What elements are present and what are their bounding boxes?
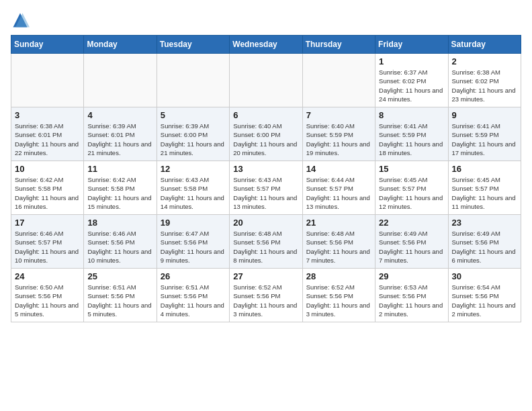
- calendar-cell: [302, 54, 375, 107]
- calendar-cell: 9Sunrise: 6:41 AM Sunset: 5:59 PM Daylig…: [448, 107, 521, 161]
- calendar-cell: 12Sunrise: 6:43 AM Sunset: 5:58 PM Dayli…: [157, 161, 229, 215]
- day-info: Sunrise: 6:44 AM Sunset: 5:57 PM Dayligh…: [306, 175, 371, 211]
- day-info: Sunrise: 6:40 AM Sunset: 5:59 PM Dayligh…: [306, 122, 371, 157]
- calendar-week-1: 1Sunrise: 6:37 AM Sunset: 6:02 PM Daylig…: [11, 54, 521, 107]
- calendar-cell: 22Sunrise: 6:49 AM Sunset: 5:56 PM Dayli…: [375, 215, 448, 269]
- day-info: Sunrise: 6:45 AM Sunset: 5:57 PM Dayligh…: [452, 175, 517, 211]
- day-info: Sunrise: 6:46 AM Sunset: 5:56 PM Dayligh…: [87, 229, 152, 265]
- calendar-cell: [11, 54, 84, 107]
- calendar-cell: [230, 54, 302, 107]
- day-info: Sunrise: 6:42 AM Sunset: 5:58 PM Dayligh…: [87, 175, 152, 211]
- calendar-table: SundayMondayTuesdayWednesdayThursdayFrid…: [11, 35, 521, 322]
- col-header-thursday: Thursday: [302, 36, 375, 54]
- day-number: 14: [306, 164, 371, 174]
- calendar-cell: 5Sunrise: 6:39 AM Sunset: 6:00 PM Daylig…: [157, 107, 229, 161]
- day-number: 27: [233, 271, 298, 281]
- day-info: Sunrise: 6:49 AM Sunset: 5:56 PM Dayligh…: [379, 229, 444, 265]
- calendar-cell: 3Sunrise: 6:38 AM Sunset: 6:01 PM Daylig…: [11, 107, 84, 161]
- col-header-sunday: Sunday: [11, 36, 84, 54]
- day-number: 23: [452, 218, 517, 228]
- day-number: 13: [233, 164, 298, 174]
- day-number: 6: [233, 110, 298, 120]
- day-number: 11: [87, 164, 152, 174]
- calendar-cell: 4Sunrise: 6:39 AM Sunset: 6:01 PM Daylig…: [84, 107, 157, 161]
- calendar-cell: 2Sunrise: 6:38 AM Sunset: 6:02 PM Daylig…: [448, 54, 521, 107]
- day-number: 22: [379, 218, 444, 228]
- calendar-cell: 17Sunrise: 6:46 AM Sunset: 5:57 PM Dayli…: [11, 215, 84, 269]
- day-info: Sunrise: 6:50 AM Sunset: 5:56 PM Dayligh…: [15, 283, 80, 318]
- calendar-cell: 27Sunrise: 6:52 AM Sunset: 5:56 PM Dayli…: [230, 269, 302, 322]
- day-info: Sunrise: 6:39 AM Sunset: 6:00 PM Dayligh…: [161, 122, 226, 157]
- day-info: Sunrise: 6:38 AM Sunset: 6:02 PM Dayligh…: [452, 68, 517, 103]
- col-header-friday: Friday: [375, 36, 448, 54]
- day-info: Sunrise: 6:47 AM Sunset: 5:56 PM Dayligh…: [161, 229, 226, 265]
- day-number: 24: [15, 271, 80, 281]
- calendar-cell: 15Sunrise: 6:45 AM Sunset: 5:57 PM Dayli…: [375, 161, 448, 215]
- day-info: Sunrise: 6:38 AM Sunset: 6:01 PM Dayligh…: [15, 122, 80, 157]
- day-info: Sunrise: 6:37 AM Sunset: 6:02 PM Dayligh…: [379, 68, 444, 103]
- day-info: Sunrise: 6:46 AM Sunset: 5:57 PM Dayligh…: [15, 229, 80, 265]
- day-info: Sunrise: 6:54 AM Sunset: 5:56 PM Dayligh…: [452, 283, 517, 318]
- calendar-header-row: SundayMondayTuesdayWednesdayThursdayFrid…: [11, 36, 521, 54]
- calendar-cell: [84, 54, 157, 107]
- day-info: Sunrise: 6:48 AM Sunset: 5:56 PM Dayligh…: [306, 229, 371, 265]
- day-info: Sunrise: 6:39 AM Sunset: 6:01 PM Dayligh…: [87, 122, 152, 157]
- calendar-week-3: 10Sunrise: 6:42 AM Sunset: 5:58 PM Dayli…: [11, 161, 521, 215]
- day-number: 16: [452, 164, 517, 174]
- day-info: Sunrise: 6:41 AM Sunset: 5:59 PM Dayligh…: [379, 122, 444, 157]
- day-number: 30: [452, 271, 517, 281]
- calendar-cell: [157, 54, 229, 107]
- calendar-cell: 7Sunrise: 6:40 AM Sunset: 5:59 PM Daylig…: [302, 107, 375, 161]
- day-info: Sunrise: 6:51 AM Sunset: 5:56 PM Dayligh…: [161, 283, 226, 318]
- logo: [11, 11, 32, 30]
- calendar-cell: 16Sunrise: 6:45 AM Sunset: 5:57 PM Dayli…: [448, 161, 521, 215]
- day-info: Sunrise: 6:41 AM Sunset: 5:59 PM Dayligh…: [452, 122, 517, 157]
- day-number: 12: [161, 164, 226, 174]
- col-header-tuesday: Tuesday: [157, 36, 229, 54]
- day-number: 5: [161, 110, 226, 120]
- day-number: 1: [379, 56, 444, 66]
- logo-icon: [11, 11, 30, 30]
- calendar-week-5: 24Sunrise: 6:50 AM Sunset: 5:56 PM Dayli…: [11, 269, 521, 322]
- day-number: 21: [306, 218, 371, 228]
- calendar-cell: 23Sunrise: 6:49 AM Sunset: 5:56 PM Dayli…: [448, 215, 521, 269]
- calendar-cell: 28Sunrise: 6:52 AM Sunset: 5:56 PM Dayli…: [302, 269, 375, 322]
- day-info: Sunrise: 6:40 AM Sunset: 6:00 PM Dayligh…: [233, 122, 298, 157]
- calendar-cell: 13Sunrise: 6:43 AM Sunset: 5:57 PM Dayli…: [230, 161, 302, 215]
- day-number: 19: [161, 218, 226, 228]
- calendar-cell: 24Sunrise: 6:50 AM Sunset: 5:56 PM Dayli…: [11, 269, 84, 322]
- col-header-saturday: Saturday: [448, 36, 521, 54]
- day-info: Sunrise: 6:48 AM Sunset: 5:56 PM Dayligh…: [233, 229, 298, 265]
- day-number: 2: [452, 56, 517, 66]
- day-info: Sunrise: 6:45 AM Sunset: 5:57 PM Dayligh…: [379, 175, 444, 211]
- day-number: 15: [379, 164, 444, 174]
- day-number: 20: [233, 218, 298, 228]
- day-number: 3: [15, 110, 80, 120]
- day-number: 29: [379, 271, 444, 281]
- day-info: Sunrise: 6:43 AM Sunset: 5:58 PM Dayligh…: [161, 175, 226, 211]
- calendar-cell: 11Sunrise: 6:42 AM Sunset: 5:58 PM Dayli…: [84, 161, 157, 215]
- day-number: 18: [87, 218, 152, 228]
- calendar-cell: 19Sunrise: 6:47 AM Sunset: 5:56 PM Dayli…: [157, 215, 229, 269]
- calendar-body: 1Sunrise: 6:37 AM Sunset: 6:02 PM Daylig…: [11, 54, 521, 322]
- calendar-cell: 21Sunrise: 6:48 AM Sunset: 5:56 PM Dayli…: [302, 215, 375, 269]
- day-number: 28: [306, 271, 371, 281]
- calendar-cell: 25Sunrise: 6:51 AM Sunset: 5:56 PM Dayli…: [84, 269, 157, 322]
- day-number: 9: [452, 110, 517, 120]
- day-info: Sunrise: 6:53 AM Sunset: 5:56 PM Dayligh…: [379, 283, 444, 318]
- day-info: Sunrise: 6:51 AM Sunset: 5:56 PM Dayligh…: [87, 283, 152, 318]
- col-header-wednesday: Wednesday: [230, 36, 302, 54]
- calendar-cell: 29Sunrise: 6:53 AM Sunset: 5:56 PM Dayli…: [375, 269, 448, 322]
- day-number: 26: [161, 271, 226, 281]
- col-header-monday: Monday: [84, 36, 157, 54]
- calendar-cell: 14Sunrise: 6:44 AM Sunset: 5:57 PM Dayli…: [302, 161, 375, 215]
- day-info: Sunrise: 6:49 AM Sunset: 5:56 PM Dayligh…: [452, 229, 517, 265]
- calendar-cell: 18Sunrise: 6:46 AM Sunset: 5:56 PM Dayli…: [84, 215, 157, 269]
- calendar-week-4: 17Sunrise: 6:46 AM Sunset: 5:57 PM Dayli…: [11, 215, 521, 269]
- day-number: 25: [87, 271, 152, 281]
- day-number: 17: [15, 218, 80, 228]
- calendar-cell: 6Sunrise: 6:40 AM Sunset: 6:00 PM Daylig…: [230, 107, 302, 161]
- calendar-cell: 20Sunrise: 6:48 AM Sunset: 5:56 PM Dayli…: [230, 215, 302, 269]
- calendar-cell: 30Sunrise: 6:54 AM Sunset: 5:56 PM Dayli…: [448, 269, 521, 322]
- day-info: Sunrise: 6:43 AM Sunset: 5:57 PM Dayligh…: [233, 175, 298, 211]
